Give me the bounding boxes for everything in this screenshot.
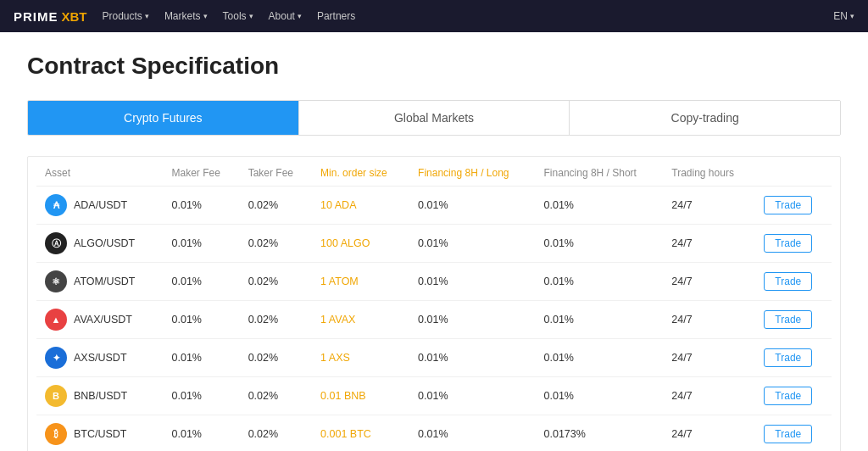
cell-trading-hours: 24/7 — [663, 187, 755, 225]
coin-icon: Ⓐ — [45, 232, 67, 254]
language-selector[interactable]: EN ▾ — [833, 10, 854, 22]
asset-name: ADA/USDT — [74, 199, 127, 211]
cell-trading-hours: 24/7 — [663, 339, 755, 377]
coin-icon: ₳ — [45, 194, 67, 216]
navbar-left: PRIME XBT Products ▾ Markets ▾ Tools ▾ A… — [14, 9, 355, 24]
cell-maker-fee: 0.01% — [164, 415, 240, 452]
cell-action: Trade — [755, 415, 832, 452]
brand-prime: PRIME — [14, 9, 58, 24]
trade-button[interactable]: Trade — [764, 196, 812, 214]
cell-maker-fee: 0.01% — [164, 339, 240, 377]
brand-xbt: XBT — [62, 9, 87, 24]
cell-asset: ✦ AXS/USDT — [36, 339, 164, 377]
cell-maker-fee: 0.01% — [164, 377, 240, 415]
cell-financing-short: 0.01% — [536, 263, 664, 301]
cell-action: Trade — [755, 225, 832, 263]
page-content: Contract Specification Crypto Futures Gl… — [10, 32, 858, 451]
tabs-container: Crypto Futures Global Markets Copy-tradi… — [27, 100, 841, 136]
table-row: B BNB/USDT 0.01%0.02%0.01 BNB0.01%0.01%2… — [36, 377, 832, 415]
page-title: Contract Specification — [27, 53, 841, 80]
asset-cell: ▲ AVAX/USDT — [45, 309, 155, 331]
cell-trading-hours: 24/7 — [663, 225, 755, 263]
trade-button[interactable]: Trade — [764, 425, 812, 443]
asset-cell: B BNB/USDT — [45, 385, 155, 407]
cell-min-order: 100 ALGO — [312, 225, 409, 263]
trade-button[interactable]: Trade — [764, 310, 812, 329]
coin-icon: ⚛ — [45, 270, 67, 292]
cell-asset: Ⓐ ALGO/USDT — [36, 225, 164, 263]
cell-maker-fee: 0.01% — [164, 187, 240, 225]
cell-financing-long: 0.01% — [409, 339, 535, 377]
trade-button[interactable]: Trade — [764, 387, 812, 405]
asset-name: AVAX/USDT — [74, 314, 132, 326]
tab-crypto-futures[interactable]: Crypto Futures — [28, 101, 299, 135]
nav-item-tools[interactable]: Tools ▾ — [223, 10, 253, 22]
cell-taker-fee: 0.02% — [240, 301, 312, 339]
cell-taker-fee: 0.02% — [240, 187, 312, 225]
cell-financing-short: 0.01% — [536, 377, 664, 415]
cell-trading-hours: 24/7 — [663, 415, 755, 452]
trade-button[interactable]: Trade — [764, 272, 812, 291]
nav-item-partners[interactable]: Partners — [317, 10, 355, 22]
nav-item-products[interactable]: Products ▾ — [103, 10, 149, 22]
asset-name: ATOM/USDT — [74, 276, 135, 287]
table-row: ₳ ADA/USDT 0.01%0.02%10 ADA0.01%0.01%24/… — [36, 187, 832, 225]
cell-min-order: 10 ADA — [312, 187, 409, 225]
cell-taker-fee: 0.02% — [240, 339, 312, 377]
cell-taker-fee: 0.02% — [240, 225, 312, 263]
cell-min-order: 1 AXS — [312, 339, 409, 377]
cell-financing-long: 0.01% — [409, 225, 535, 263]
asset-cell: ₳ ADA/USDT — [45, 194, 155, 216]
table-row: ▲ AVAX/USDT 0.01%0.02%1 AVAX0.01%0.01%24… — [36, 301, 832, 339]
col-header-financing-long: Financing 8H / Long — [409, 157, 535, 187]
col-header-min-order: Min. order size — [312, 157, 409, 187]
coin-icon: B — [45, 385, 67, 407]
cell-action: Trade — [755, 377, 832, 415]
cell-financing-long: 0.01% — [409, 301, 535, 339]
tab-copy-trading[interactable]: Copy-trading — [570, 101, 840, 135]
chevron-down-icon: ▾ — [145, 12, 149, 20]
asset-name: BNB/USDT — [74, 390, 127, 402]
col-header-action — [755, 157, 832, 187]
contract-table: Asset Maker Fee Taker Fee Min. order siz… — [36, 157, 832, 451]
nav-item-about[interactable]: About ▾ — [269, 10, 302, 22]
chevron-down-icon: ▾ — [298, 12, 302, 20]
cell-financing-short: 0.01% — [536, 339, 664, 377]
cell-maker-fee: 0.01% — [164, 301, 240, 339]
coin-icon: ✦ — [45, 347, 67, 369]
cell-taker-fee: 0.02% — [240, 263, 312, 301]
brand[interactable]: PRIME XBT — [14, 9, 87, 24]
table-row: ₿ BTC/USDT 0.01%0.02%0.001 BTC0.01%0.017… — [36, 415, 832, 452]
cell-asset: B BNB/USDT — [36, 377, 164, 415]
trade-button[interactable]: Trade — [764, 348, 812, 367]
cell-trading-hours: 24/7 — [663, 263, 755, 301]
cell-action: Trade — [755, 187, 832, 225]
cell-action: Trade — [755, 301, 832, 339]
col-header-trading-hours: Trading hours — [663, 157, 755, 187]
trade-button[interactable]: Trade — [764, 234, 812, 253]
cell-financing-long: 0.01% — [409, 415, 535, 452]
cell-trading-hours: 24/7 — [663, 377, 755, 415]
contract-table-wrapper: Asset Maker Fee Taker Fee Min. order siz… — [27, 156, 841, 451]
navbar: PRIME XBT Products ▾ Markets ▾ Tools ▾ A… — [0, 0, 868, 32]
cell-maker-fee: 0.01% — [164, 225, 240, 263]
tab-global-markets[interactable]: Global Markets — [299, 101, 570, 135]
col-header-asset: Asset — [36, 157, 164, 187]
cell-min-order: 1 ATOM — [312, 263, 409, 301]
cell-taker-fee: 0.02% — [240, 415, 312, 452]
asset-cell: ✦ AXS/USDT — [45, 347, 155, 369]
asset-name: ALGO/USDT — [74, 237, 135, 249]
cell-taker-fee: 0.02% — [240, 377, 312, 415]
cell-asset: ⚛ ATOM/USDT — [36, 263, 164, 301]
cell-financing-short: 0.01% — [536, 187, 664, 225]
coin-icon: ▲ — [45, 309, 67, 331]
col-header-taker-fee: Taker Fee — [240, 157, 312, 187]
cell-action: Trade — [755, 339, 832, 377]
cell-min-order: 1 AVAX — [312, 301, 409, 339]
chevron-down-icon: ▾ — [850, 12, 854, 20]
col-header-financing-short: Financing 8H / Short — [536, 157, 664, 187]
nav-item-markets[interactable]: Markets ▾ — [164, 10, 208, 22]
cell-action: Trade — [755, 263, 832, 301]
cell-min-order: 0.001 BTC — [312, 415, 409, 452]
table-row: ✦ AXS/USDT 0.01%0.02%1 AXS0.01%0.01%24/7… — [36, 339, 832, 377]
